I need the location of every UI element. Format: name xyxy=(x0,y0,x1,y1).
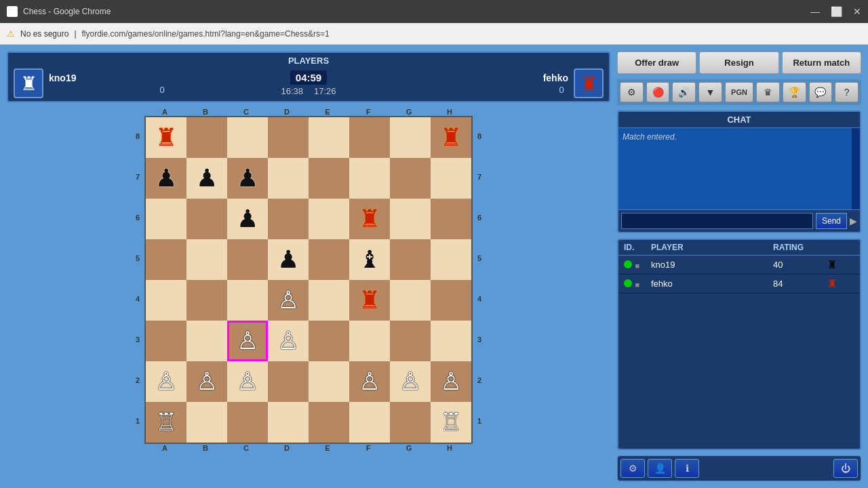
pgn-button[interactable]: PGN xyxy=(725,82,753,102)
browser-addressbar: ⚠ No es seguro | flyordie.com/games/onli… xyxy=(0,23,868,45)
cell-r4-c4[interactable] xyxy=(309,280,349,321)
cell-r5-c3[interactable]: ♙ xyxy=(268,321,309,361)
cell-r7-c2[interactable] xyxy=(227,402,268,443)
cell-r7-c6[interactable] xyxy=(390,402,431,443)
cell-r4-c1[interactable] xyxy=(186,280,227,321)
settings-bottom-button[interactable]: ⚙ xyxy=(620,459,645,478)
cell-r0-c7[interactable]: ♜ xyxy=(431,117,471,158)
cell-r3-c6[interactable] xyxy=(390,239,431,280)
cell-r1-c2[interactable]: ♟ xyxy=(227,158,268,199)
help-button[interactable]: ? xyxy=(835,82,859,102)
cell-r5-c4[interactable] xyxy=(309,321,349,361)
right-panel: Offer draw Resign Return match ⚙ 🔴 🔊 ▼ P… xyxy=(617,52,861,481)
cell-r7-c5[interactable] xyxy=(349,402,390,443)
cell-r1-c0[interactable]: ♟ xyxy=(146,158,186,199)
player-list-row-2[interactable]: ■ fehko 84 ♜ xyxy=(618,274,860,293)
chat-input[interactable] xyxy=(621,213,813,229)
cell-r6-c0[interactable]: ♙ xyxy=(146,361,186,402)
cell-r1-c3[interactable] xyxy=(268,158,309,199)
dropdown-button[interactable]: ▼ xyxy=(698,82,722,102)
cell-r0-c3[interactable] xyxy=(268,117,309,158)
row-label-1: 1 xyxy=(131,401,144,441)
cell-r6-c7[interactable]: ♙ xyxy=(431,361,471,402)
cell-r2-c5[interactable]: ♜ xyxy=(349,199,390,239)
exit-bottom-button[interactable]: ⏻ xyxy=(833,459,858,478)
cell-r4-c7[interactable] xyxy=(431,280,471,321)
cell-r3-c0[interactable] xyxy=(146,239,186,280)
chat-messages: Match entered. xyxy=(618,128,860,209)
cell-r3-c1[interactable] xyxy=(186,239,227,280)
cell-r5-c6[interactable] xyxy=(390,321,431,361)
cell-r6-c6[interactable]: ♙ xyxy=(390,361,431,402)
cell-r5-c0[interactable] xyxy=(146,321,186,361)
cell-r2-c4[interactable] xyxy=(309,199,349,239)
cell-r3-c4[interactable] xyxy=(309,239,349,280)
cell-r3-c2[interactable] xyxy=(227,239,268,280)
cell-r1-c5[interactable] xyxy=(349,158,390,199)
cell-r3-c5[interactable]: ♝ xyxy=(349,239,390,280)
cell-r5-c5[interactable] xyxy=(349,321,390,361)
cell-r4-c5[interactable]: ♜ xyxy=(349,280,390,321)
cell-r4-c6[interactable] xyxy=(390,280,431,321)
cell-r5-c1[interactable] xyxy=(186,321,227,361)
return-match-button[interactable]: Return match xyxy=(782,52,861,74)
cell-r2-c2[interactable]: ♟ xyxy=(227,199,268,239)
url-bar[interactable]: flyordie.com/games/online/games.html?lan… xyxy=(82,29,330,39)
player1-list-rating: 40 xyxy=(773,260,827,270)
cell-r6-c1[interactable]: ♙ xyxy=(186,361,227,402)
cell-r3-c3[interactable]: ♟ xyxy=(268,239,309,280)
resign-button[interactable]: Resign xyxy=(699,52,778,74)
sound-button[interactable]: 🔊 xyxy=(672,82,696,102)
offer-draw-button[interactable]: Offer draw xyxy=(617,52,696,74)
player-list-row-1[interactable]: ■ kno19 40 ♜ xyxy=(618,256,860,274)
cell-r1-c6[interactable] xyxy=(390,158,431,199)
row-labels-right: 8 7 6 5 4 3 2 1 xyxy=(473,116,486,444)
chat-button[interactable]: 💬 xyxy=(809,82,833,102)
maximize-button[interactable]: ⬜ xyxy=(831,6,842,17)
chess-board[interactable]: ♜♜♟♟♟♟♜♟♝♙♜♙♙♙♙♙♙♙♙♖♖ xyxy=(144,116,473,444)
cell-r2-c1[interactable] xyxy=(186,199,227,239)
cell-r2-c0[interactable] xyxy=(146,199,186,239)
person-bottom-button[interactable]: 👤 xyxy=(648,459,672,478)
minimize-button[interactable]: — xyxy=(810,6,820,17)
cell-r1-c4[interactable] xyxy=(309,158,349,199)
bottom-right-buttons: ⏻ xyxy=(833,459,858,478)
cell-r0-c5[interactable] xyxy=(349,117,390,158)
cell-r0-c6[interactable] xyxy=(390,117,431,158)
close-button[interactable]: ✕ xyxy=(853,6,861,17)
row-label-5: 5 xyxy=(131,238,144,279)
cell-r4-c2[interactable] xyxy=(227,280,268,321)
cell-r7-c7[interactable]: ♖ xyxy=(431,402,471,443)
piece-button[interactable]: ♛ xyxy=(756,82,780,102)
cell-r7-c0[interactable]: ♖ xyxy=(146,402,186,443)
cell-r6-c5[interactable]: ♙ xyxy=(349,361,390,402)
column-labels-top: A B C D E F G H xyxy=(131,108,486,116)
chat-send-button[interactable]: Send xyxy=(816,213,847,229)
settings-button[interactable]: ⚙ xyxy=(620,82,644,102)
cell-r3-c7[interactable] xyxy=(431,239,471,280)
trophy-button[interactable]: 🏆 xyxy=(783,82,806,102)
cell-r6-c3[interactable] xyxy=(268,361,309,402)
cell-r4-c3[interactable]: ♙ xyxy=(268,280,309,321)
cell-r5-c7[interactable] xyxy=(431,321,471,361)
cell-r2-c6[interactable] xyxy=(390,199,431,239)
cell-r5-c2[interactable]: ♙ xyxy=(227,321,268,361)
cell-r0-c2[interactable] xyxy=(227,117,268,158)
cell-r0-c4[interactable] xyxy=(309,117,349,158)
cell-r6-c4[interactable] xyxy=(309,361,349,402)
cell-r7-c3[interactable] xyxy=(268,402,309,443)
cell-r2-c7[interactable] xyxy=(431,199,471,239)
chat-scrollbar[interactable] xyxy=(852,128,860,209)
info-bottom-button[interactable]: ℹ xyxy=(675,459,699,478)
circle-button[interactable]: 🔴 xyxy=(646,82,670,102)
cell-r7-c4[interactable] xyxy=(309,402,349,443)
cell-r0-c0[interactable]: ♜ xyxy=(146,117,186,158)
cell-r1-c1[interactable]: ♟ xyxy=(186,158,227,199)
cell-r0-c1[interactable] xyxy=(186,117,227,158)
cell-r7-c1[interactable] xyxy=(186,402,227,443)
cell-r4-c0[interactable] xyxy=(146,280,186,321)
cell-r6-c2[interactable]: ♙ xyxy=(227,361,268,402)
cell-r2-c3[interactable] xyxy=(268,199,309,239)
cell-r1-c7[interactable] xyxy=(431,158,471,199)
players-row: ♜ kno19 0 04:59 16:38 17:26 fehko 0 xyxy=(14,68,604,98)
